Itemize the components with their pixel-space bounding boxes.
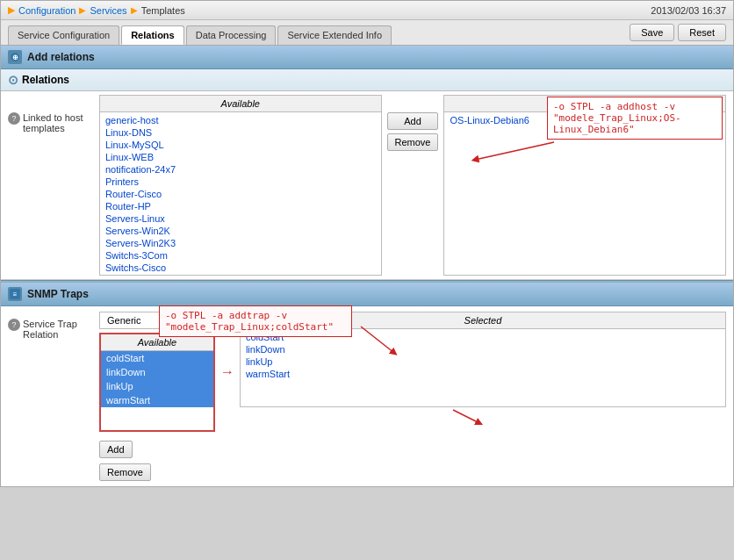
tabs-container: Service Configuration Relations Data Pro… bbox=[8, 25, 392, 45]
breadcrumb-sep-2: ▶ bbox=[131, 5, 138, 15]
snmp-selected-item[interactable]: linkDown bbox=[244, 343, 722, 355]
add-relations-title: Add relations bbox=[27, 51, 95, 63]
add-relations-header: ⊕ Add relations bbox=[1, 46, 733, 69]
add-relations-icon: ⊕ bbox=[8, 50, 22, 64]
snmp-list-item[interactable]: linkUp bbox=[101, 379, 213, 393]
snmp-label-text: Service Trap Relation bbox=[23, 319, 96, 340]
available-list-header: Available bbox=[100, 96, 381, 112]
breadcrumb-configuration[interactable]: Configuration bbox=[18, 5, 76, 16]
snmp-list-item[interactable]: warmStart bbox=[101, 393, 213, 407]
list-item[interactable]: notification-24x7 bbox=[104, 163, 378, 176]
datetime-display: 2013/02/03 16:37 bbox=[651, 5, 726, 16]
snmp-icon: ≡ bbox=[8, 287, 22, 301]
breadcrumb-templates: Templates bbox=[141, 5, 185, 16]
list-item[interactable]: Switchs-HP bbox=[104, 274, 378, 275]
snmp-selected-body[interactable]: coldStart linkDown linkUp warmStart bbox=[240, 328, 726, 407]
snmp-available-box: Available coldStart linkDown linkUp warm… bbox=[99, 333, 215, 432]
available-list-body[interactable]: generic-host Linux-DNS Linux-MySQL Linux… bbox=[100, 112, 381, 275]
breadcrumb-services[interactable]: Services bbox=[90, 5, 126, 16]
snmp-list-item[interactable]: coldStart bbox=[101, 351, 213, 365]
list-item[interactable]: Switchs-3Com bbox=[104, 249, 378, 262]
breadcrumb-arrow-icon: ▶ bbox=[8, 4, 15, 16]
list-item[interactable]: Router-Cisco bbox=[104, 188, 378, 200]
list-item[interactable]: Printers bbox=[104, 176, 378, 188]
remove-button[interactable]: Remove bbox=[387, 133, 439, 151]
list-item[interactable]: Linux-WEB bbox=[104, 151, 378, 163]
svg-text:⊕: ⊕ bbox=[12, 54, 18, 61]
breadcrumb: ▶ Configuration ▶ Services ▶ Templates bbox=[8, 4, 185, 16]
list-item[interactable]: Linux-DNS bbox=[104, 126, 378, 139]
linked-label-text: Linked to host templates bbox=[23, 112, 92, 133]
help-icon: ? bbox=[8, 112, 20, 125]
list-item[interactable]: Switchs-Cisco bbox=[104, 262, 378, 274]
relations-subheader: ⊙ Relations bbox=[1, 69, 733, 91]
content-area: -o STPL -a addhost -v "modele_Trap_Linux… bbox=[1, 46, 733, 486]
tab-bar: Service Configuration Relations Data Pro… bbox=[1, 20, 733, 46]
snmp-available-list[interactable]: coldStart linkDown linkUp warmStart bbox=[101, 351, 213, 430]
main-container: ▶ Configuration ▶ Services ▶ Templates 2… bbox=[0, 0, 734, 487]
snmp-bottom-buttons: Add Remove bbox=[99, 441, 215, 481]
snmp-help-icon: ? bbox=[8, 319, 20, 331]
snmp-content: ? Service Trap Relation Generic ▼ Availa… bbox=[1, 306, 733, 486]
list-item[interactable]: Router-HP bbox=[104, 200, 378, 212]
tab-data-processing[interactable]: Data Processing bbox=[186, 25, 277, 45]
annotation-box-1: -o STPL -a addhost -v "modele_Trap_Linux… bbox=[547, 97, 723, 140]
tab-actions: Save Reset bbox=[630, 24, 726, 45]
snmp-section-title: SNMP Traps bbox=[27, 288, 89, 300]
list-item[interactable]: Servers-Win2K3 bbox=[104, 237, 378, 249]
snmp-selected-item[interactable]: linkUp bbox=[244, 355, 722, 368]
list-item[interactable]: Servers-Win2K bbox=[104, 225, 378, 237]
breadcrumb-bar: ▶ Configuration ▶ Services ▶ Templates 2… bbox=[1, 1, 733, 20]
tab-service-extended-info[interactable]: Service Extended Info bbox=[277, 25, 392, 45]
add-button[interactable]: Add bbox=[387, 112, 439, 130]
tab-service-configuration[interactable]: Service Configuration bbox=[8, 25, 119, 45]
relations-section-icon: ⊙ bbox=[8, 73, 18, 87]
list-item[interactable]: Servers-Linux bbox=[104, 212, 378, 225]
list-item[interactable]: Linux-MySQL bbox=[104, 139, 378, 151]
breadcrumb-sep-1: ▶ bbox=[79, 5, 86, 15]
transfer-buttons: Add Remove bbox=[387, 95, 439, 151]
save-button[interactable]: Save bbox=[630, 24, 674, 41]
available-list-container: Available generic-host Linux-DNS Linux-M… bbox=[99, 95, 382, 276]
snmp-selected-item[interactable]: warmStart bbox=[244, 368, 722, 380]
svg-text:≡: ≡ bbox=[13, 291, 18, 298]
snmp-add-button[interactable]: Add bbox=[99, 441, 133, 458]
snmp-remove-button[interactable]: Remove bbox=[99, 463, 151, 481]
tab-relations[interactable]: Relations bbox=[121, 25, 184, 45]
snmp-label: ? Service Trap Relation bbox=[8, 312, 96, 340]
linked-label: ? Linked to host templates bbox=[8, 95, 96, 276]
snmp-section-header: ≡ SNMP Traps bbox=[1, 283, 733, 306]
list-item[interactable]: generic-host bbox=[104, 114, 378, 126]
relations-title: Relations bbox=[22, 74, 69, 86]
annotation-box-2: -o STPL -a addtrap -v "modele_Trap_Linux… bbox=[159, 305, 352, 337]
snmp-list-item[interactable]: linkDown bbox=[101, 365, 213, 379]
reset-button[interactable]: Reset bbox=[678, 24, 726, 41]
